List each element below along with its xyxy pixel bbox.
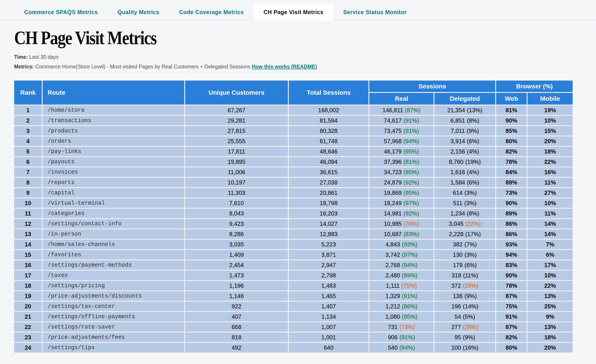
delegated-count: 6,851 — [451, 117, 465, 124]
cell-route: /price-adjustments/fees — [43, 333, 184, 342]
time-label: Time: — [14, 54, 28, 60]
cell-mobile-percent: 20% — [528, 343, 573, 352]
delegated-percent: (6%) — [467, 138, 479, 145]
delegated-count: 1,234 — [451, 210, 465, 217]
delegated-count: 136 — [453, 293, 462, 300]
delegated-percent: (3%) — [464, 189, 477, 196]
cell-mobile-percent: 11% — [528, 209, 573, 218]
real-count: 10,985 — [384, 220, 402, 227]
cell-delegated-sessions: 318(11%) — [434, 271, 495, 280]
time-row: Time: Last 30 days — [14, 52, 596, 62]
col-header-route: Route — [43, 81, 184, 104]
cell-route: /favorites — [43, 250, 184, 260]
cell-real-sessions: 1,111(75%) — [369, 281, 433, 290]
real-count: 1,111 — [386, 282, 400, 289]
cell-web-percent: 83% — [496, 260, 527, 270]
cell-route: /settings/tax-center — [43, 302, 184, 311]
cell-web-percent: 78% — [496, 281, 527, 290]
col-group-sessions: Sessions — [369, 81, 495, 92]
cell-rank: 11 — [14, 209, 42, 218]
tab-code-coverage-metrics[interactable]: Code Coverage Metrics — [169, 3, 253, 21]
col-group-browser: Browser (%) — [496, 81, 573, 92]
tab-service-status-monitor[interactable]: Service Status Monitor — [334, 3, 417, 21]
real-percent: (93%) — [402, 241, 417, 248]
real-count: 18,249 — [384, 200, 402, 207]
cell-mobile-percent: 17% — [528, 260, 573, 270]
delegated-count: 7,011 — [451, 127, 465, 134]
real-count: 37,396 — [384, 158, 402, 165]
delegated-count: 1,584 — [451, 179, 465, 186]
readme-link[interactable]: How this works (README) — [252, 64, 317, 70]
cell-total-sessions: 46,094 — [289, 157, 368, 166]
delegated-percent: (13%) — [467, 107, 483, 114]
cell-delegated-sessions: 95(9%) — [434, 333, 495, 342]
col-header-rank: Rank — [14, 81, 42, 104]
col-header-total-sessions: Total Sessions — [289, 81, 368, 104]
tab-ch-page-visit-metrics[interactable]: CH Page Visit Metrics — [253, 3, 333, 21]
cell-real-sessions: 73,475(91%) — [369, 126, 433, 135]
cell-web-percent: 93% — [496, 240, 527, 249]
cell-web-percent: 73% — [496, 188, 527, 198]
real-count: 540 — [388, 344, 398, 351]
cell-mobile-percent: 11% — [528, 178, 573, 187]
real-percent: (78%) — [403, 220, 419, 227]
real-count: 3,742 — [386, 251, 400, 258]
cell-rank: 10 — [14, 198, 42, 208]
cell-web-percent: 90% — [496, 116, 527, 125]
cell-real-sessions: 2,768(94%) — [369, 260, 433, 270]
cell-unique-customers: 11,303 — [185, 188, 288, 198]
delegated-count: 3,045 — [449, 220, 463, 227]
cell-rank: 6 — [14, 157, 42, 166]
cell-total-sessions: 1,007 — [289, 322, 368, 332]
real-count: 10,687 — [384, 231, 402, 238]
cell-mobile-percent: 14% — [528, 219, 573, 229]
real-percent: (73%) — [399, 324, 415, 331]
cell-web-percent: 84% — [496, 167, 527, 177]
cell-unique-customers: 1,146 — [185, 291, 288, 301]
tab-commerce-spaqs-metrics[interactable]: Commerce SPAQS Metrics — [14, 3, 107, 21]
cell-route: /settings/tips — [43, 343, 184, 352]
cell-unique-customers: 67,267 — [185, 105, 288, 115]
cell-total-sessions: 12,883 — [289, 229, 368, 239]
cell-web-percent: 94% — [496, 250, 527, 260]
real-count: 4,843 — [386, 241, 400, 248]
cell-rank: 12 — [14, 219, 42, 229]
delegated-percent: (25%) — [463, 282, 478, 289]
cell-delegated-sessions: 2,228(17%) — [434, 229, 495, 239]
cell-web-percent: 89% — [496, 178, 527, 187]
cell-delegated-sessions: 136(9%) — [434, 291, 495, 301]
cell-mobile-percent: 18% — [528, 147, 573, 156]
cell-delegated-sessions: 100(16%) — [434, 343, 495, 352]
delegated-percent: (6%) — [467, 179, 479, 186]
cell-real-sessions: 2,480(89%) — [369, 271, 433, 280]
real-percent: (95%) — [402, 313, 417, 320]
cell-route: /home/store — [43, 105, 184, 115]
cell-rank: 3 — [14, 126, 42, 135]
cell-real-sessions: 57,968(94%) — [369, 136, 433, 146]
metrics-table: RankRouteUnique CustomersTotal SessionsS… — [14, 81, 596, 353]
cell-real-sessions: 4,843(93%) — [369, 240, 433, 249]
cell-total-sessions: 81,594 — [289, 116, 368, 125]
cell-mobile-percent: 6% — [528, 250, 573, 260]
delegated-count: 8,760 — [449, 158, 463, 165]
cell-unique-customers: 27,815 — [185, 126, 288, 135]
real-count: 14,981 — [384, 210, 402, 217]
delegated-percent: (19%) — [465, 158, 481, 165]
cell-web-percent: 90% — [496, 271, 527, 280]
tab-quality-metrics[interactable]: Quality Metrics — [107, 3, 169, 21]
delegated-count: 130 — [453, 251, 462, 258]
cell-total-sessions: 2,947 — [289, 260, 368, 270]
real-percent: (91%) — [403, 117, 419, 124]
cell-route: /reports — [43, 178, 184, 187]
cell-unique-customers: 9,423 — [185, 219, 288, 229]
cell-mobile-percent: 13% — [528, 322, 573, 332]
cell-route: /orders — [43, 136, 184, 146]
delegated-count: 100 — [451, 344, 461, 351]
cell-rank: 19 — [14, 291, 42, 301]
cell-mobile-percent: 16% — [528, 167, 573, 177]
real-count: 731 — [388, 324, 398, 331]
real-count: 1,212 — [386, 303, 400, 310]
cell-mobile-percent: 9% — [528, 312, 573, 321]
cell-real-sessions: 24,879(92%) — [369, 178, 433, 187]
cell-unique-customers: 818 — [185, 333, 288, 342]
